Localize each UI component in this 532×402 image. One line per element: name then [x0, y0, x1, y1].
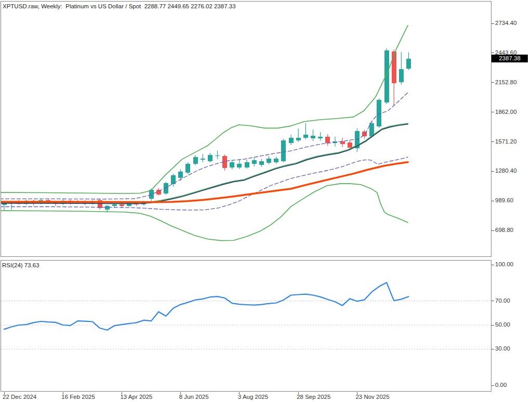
candle-body-bull [105, 206, 110, 209]
date-tick-label: 8 Jun 2025 [179, 394, 209, 400]
price-tick-label: 698.80 [495, 227, 513, 234]
candle-body-bull [259, 161, 264, 165]
date-tick-label: 23 Nov 2025 [355, 394, 389, 400]
candle-body-bull [237, 164, 242, 167]
candle-body-bull [245, 162, 249, 167]
date-tick-label: 28 Sep 2025 [297, 394, 330, 400]
price-tick-label: 1862.00 [495, 109, 517, 115]
candle-body-bull [252, 160, 257, 164]
rsi-series [1, 282, 491, 349]
candle-body-bull [399, 69, 404, 82]
rsi-tick-label: 50.00 [495, 321, 510, 328]
price-tick-label: 1280.40 [495, 167, 517, 174]
candle-body-bull [296, 138, 301, 140]
rsi-indicator-label: RSI(24) 73.63 [2, 262, 39, 269]
candle-body-bear [119, 204, 124, 206]
ma-orange-line [0, 162, 408, 202]
candle-body-bull [369, 123, 374, 136]
rsi-panel-border [1, 261, 491, 392]
date-tick-label: 13 Apr 2025 [120, 394, 152, 400]
candle-body-bear [348, 142, 352, 148]
candle-body-bull [193, 157, 198, 164]
candle-body-bull [185, 164, 190, 173]
candle-body-bull [281, 140, 286, 161]
candlestick-series [2, 48, 411, 212]
candle-body-bull [274, 159, 278, 162]
rsi-line [4, 282, 409, 330]
candle-body-bull [318, 137, 323, 138]
date-tick-label: 3 Aug 2025 [238, 394, 268, 400]
candle-body-bull [208, 155, 212, 161]
candle-body-bull [384, 50, 389, 102]
rsi-tick-label: 30.00 [495, 345, 510, 352]
chart-title: XPTUSD.raw, Weekly: Platinum vs US Dolla… [3, 3, 236, 10]
candle-body-bull [406, 59, 411, 69]
candle-body-bull [230, 162, 234, 167]
price-tick-label: 989.60 [495, 197, 513, 204]
bollinger-lower-line [0, 184, 408, 241]
price-chart-panel-border [1, 2, 491, 257]
candle-body-bull [303, 135, 308, 138]
candle-body-bull [311, 136, 315, 138]
current-price-badge: 2387.38 [491, 55, 528, 62]
candle-body-bear [325, 137, 330, 143]
rsi-tick-label: 100.00 [495, 261, 513, 268]
candle-body-bull [267, 159, 271, 163]
date-tick-label: 16 Feb 2025 [61, 394, 95, 400]
ma-navy-line [0, 124, 408, 204]
bollinger-middle-line [0, 123, 408, 203]
price-tick-label: 2152.80 [495, 79, 517, 86]
bollinger-upper-line [0, 25, 408, 193]
price-tick-label: 1571.20 [495, 138, 517, 145]
rsi-tick-label: 0.00 [495, 382, 507, 388]
candle-body-bull [178, 172, 183, 178]
candle-body-bull [289, 138, 294, 143]
candle-body-bull [215, 155, 220, 157]
candle-body-bull [112, 204, 117, 206]
overlay-lines [0, 25, 408, 241]
price-tick-label: 2734.40 [495, 20, 517, 27]
candle-body-bull [201, 159, 205, 160]
chart-window: XPTUSD.raw, Weekly: Platinum vs US Dolla… [0, 0, 532, 402]
chart-canvas[interactable] [0, 0, 532, 402]
band-upper-dashed-line [0, 93, 408, 199]
date-tick-label: 22 Dec 2024 [3, 394, 36, 400]
rsi-tick-label: 70.00 [495, 297, 510, 304]
